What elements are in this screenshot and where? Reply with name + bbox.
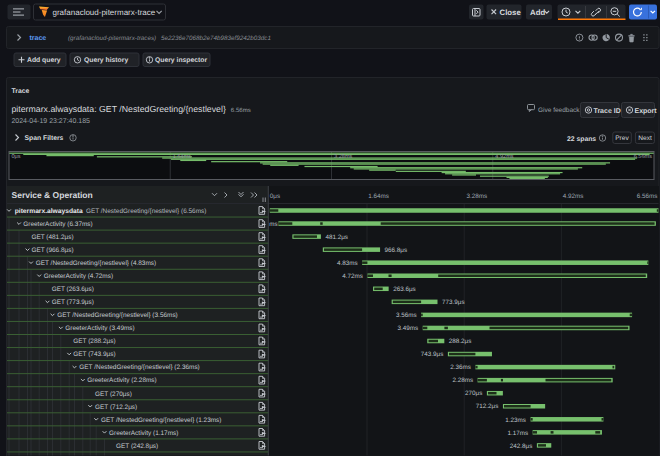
svg-text:0μs: 0μs: [270, 193, 280, 200]
svg-text:GreeterActivity (2.28ms): GreeterActivity (2.28ms): [87, 377, 156, 384]
svg-text:5e2236e7068b2e74b983ef9242b03d: 5e2236e7068b2e74b983ef9242b03dc1: [161, 35, 271, 42]
svg-text:GET (743.9μs): GET (743.9μs): [73, 351, 115, 358]
svg-text:GET (712.2μs): GET (712.2μs): [95, 404, 137, 411]
svg-text:ms: ms: [269, 221, 277, 228]
svg-text:6.56ms: 6.56ms: [634, 154, 653, 160]
svg-text:Give feedback: Give feedback: [538, 107, 580, 114]
svg-text:3.28ms: 3.28ms: [334, 154, 353, 160]
svg-text:3.56ms: 3.56ms: [396, 312, 417, 319]
svg-text:1.23ms: 1.23ms: [505, 417, 526, 424]
svg-text:Trace ID: Trace ID: [594, 108, 621, 115]
svg-text:GET /NestedGreeting/{nestlevel: GET /NestedGreeting/{nestlevel} (3.56ms): [57, 312, 177, 319]
svg-text:Close: Close: [500, 8, 522, 17]
svg-text:1.64ms: 1.64ms: [368, 193, 389, 200]
svg-text:288.2μs: 288.2μs: [449, 338, 472, 345]
svg-text:Add: Add: [530, 8, 545, 17]
svg-text:Span Filters: Span Filters: [25, 135, 64, 142]
svg-text:Add query: Add query: [27, 57, 61, 64]
svg-text:966.8μs: 966.8μs: [385, 247, 408, 254]
svg-text:22 spans: 22 spans: [567, 136, 596, 143]
svg-text:3.28ms: 3.28ms: [467, 193, 488, 200]
svg-text:2.28ms: 2.28ms: [452, 377, 473, 384]
svg-text:GET (270μs): GET (270μs): [95, 391, 132, 398]
svg-text:263.6μs: 263.6μs: [393, 286, 416, 293]
svg-text:GreeterActivity (6.37ms): GreeterActivity (6.37ms): [23, 221, 92, 228]
svg-text:GET (966.8μs): GET (966.8μs): [31, 247, 73, 254]
svg-text:GET (481.2μs): GET (481.2μs): [31, 234, 73, 241]
svg-text:4.83ms: 4.83ms: [337, 260, 358, 267]
svg-text:4.92ms: 4.92ms: [563, 193, 584, 200]
svg-text:(grafanacloud-pitermarx-traces: (grafanacloud-pitermarx-traces): [68, 35, 156, 42]
svg-text:Query inspector: Query inspector: [155, 57, 207, 64]
svg-text:GreeterActivity (3.49ms): GreeterActivity (3.49ms): [65, 325, 134, 332]
svg-text:GET /NestedGreeting/{nestlevel: GET /NestedGreeting/{nestlevel} (1.23ms): [101, 417, 221, 424]
svg-text:1.17ms: 1.17ms: [507, 430, 528, 437]
svg-text:3.49ms: 3.49ms: [398, 325, 419, 332]
svg-text:2.36ms: 2.36ms: [450, 364, 471, 371]
svg-text:Next: Next: [638, 135, 652, 142]
svg-text:Query history: Query history: [84, 57, 128, 64]
svg-text:1.64ms: 1.64ms: [173, 154, 192, 160]
svg-text:GreeterActivity (4.72ms): GreeterActivity (4.72ms): [44, 273, 113, 280]
svg-text:trace: trace: [30, 35, 47, 42]
svg-text:773.9μs: 773.9μs: [442, 299, 465, 306]
svg-text:4.92ms: 4.92ms: [495, 154, 514, 160]
svg-text:GET (242.8μs): GET (242.8μs): [116, 443, 158, 450]
svg-text:Prev: Prev: [615, 135, 629, 142]
svg-text:pitermarx.alwaysdata: GET /Nes: pitermarx.alwaysdata: GET /NestedGreetin…: [12, 104, 251, 114]
svg-text:2024-04-19 23:27:40.185: 2024-04-19 23:27:40.185: [11, 118, 90, 125]
svg-text:Export: Export: [635, 108, 658, 115]
svg-text:GET (263.6μs): GET (263.6μs): [52, 286, 94, 293]
svg-text:4.72ms: 4.72ms: [342, 273, 363, 280]
svg-text:GET (773.9μs): GET (773.9μs): [52, 299, 94, 306]
svg-text:6.56ms: 6.56ms: [637, 193, 658, 200]
svg-text:GET /NestedGreeting/{nestlevel: GET /NestedGreeting/{nestlevel} (4.83ms): [36, 260, 156, 267]
svg-text:pitermarx.alwaysdataGET /Neste: pitermarx.alwaysdataGET /NestedGreeting/…: [15, 208, 207, 215]
svg-text:GET /NestedGreeting/{nestlevel: GET /NestedGreeting/{nestlevel} (2.36ms): [79, 364, 199, 371]
svg-text:743.9μs: 743.9μs: [421, 351, 444, 358]
svg-text:481.2μs: 481.2μs: [325, 234, 348, 241]
svg-text:Trace: Trace: [12, 88, 30, 95]
svg-text:0μs: 0μs: [12, 154, 21, 160]
svg-text:GreeterActivity (1.17ms): GreeterActivity (1.17ms): [109, 430, 178, 437]
svg-text:712.2μs: 712.2μs: [476, 403, 499, 410]
svg-text:GET (288.2μs): GET (288.2μs): [73, 338, 115, 345]
svg-text:242.8μs: 242.8μs: [510, 443, 533, 450]
svg-text:grafanacloud-pitermarx-trace: grafanacloud-pitermarx-trace: [53, 8, 156, 17]
svg-text:270μs: 270μs: [465, 390, 482, 397]
svg-text:Service & Operation: Service & Operation: [12, 190, 93, 200]
